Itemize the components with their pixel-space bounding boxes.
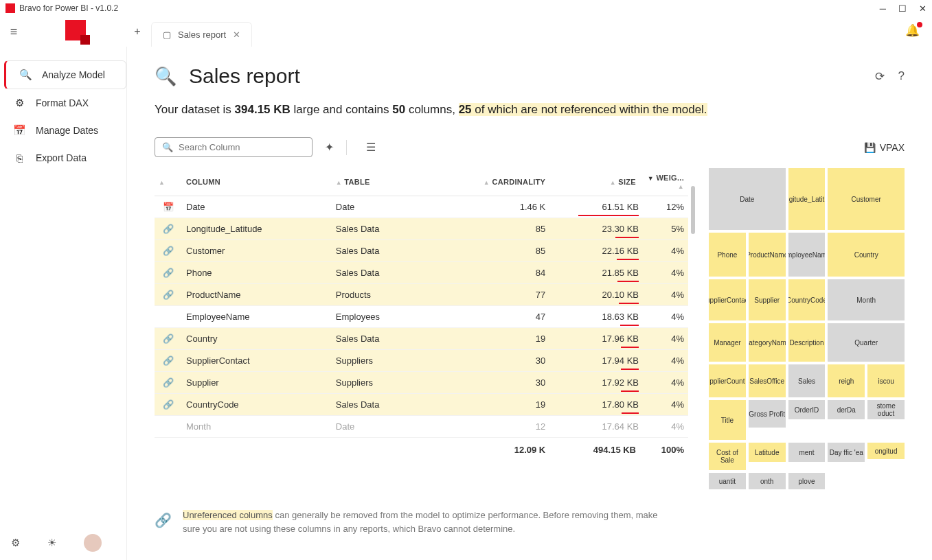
treemap-cell[interactable]: ongitud xyxy=(867,443,905,459)
treemap-cell[interactable]: uantit xyxy=(709,473,746,489)
treemap-cell[interactable]: Description xyxy=(788,323,826,362)
search-input-wrap[interactable]: 🔍 xyxy=(155,137,312,157)
treemap-cell[interactable]: ment xyxy=(788,443,826,462)
treemap-cell[interactable]: Cost of Sale xyxy=(709,443,746,470)
treemap-cell[interactable]: pplierCount xyxy=(709,364,746,397)
table-row[interactable]: 🔗 Customer Sales Data 85 22.16 KB 4% xyxy=(155,240,688,262)
table-row[interactable]: 🔗 ProductName Products 77 20.10 KB 4% xyxy=(155,284,688,306)
treemap-cell[interactable]: reigh xyxy=(828,364,865,397)
table-row[interactable]: 🔗 Country Sales Data 19 17.96 KB 4% xyxy=(155,328,688,350)
refresh-button[interactable]: ⟳ xyxy=(875,69,885,84)
col-header-size[interactable]: ▲ SIZE xyxy=(549,168,640,196)
search-input[interactable] xyxy=(179,142,305,152)
treemap-cell[interactable]: Customer xyxy=(828,168,905,230)
treemap: Dategitude_LatitCustomerPhoneProductName… xyxy=(709,168,905,489)
cardinality: 12 xyxy=(424,416,549,438)
col-header-column[interactable]: COLUMN xyxy=(182,168,332,196)
theme-button[interactable]: ☀ xyxy=(47,537,56,549)
hint: 🔗 Unreferenced columns can generally be … xyxy=(155,509,677,535)
treemap-cell[interactable]: plove xyxy=(788,473,826,489)
cardinality: 85 xyxy=(424,218,549,240)
table-row[interactable]: 🔗 Supplier Suppliers 30 17.92 KB 4% xyxy=(155,372,688,394)
treemap-cell[interactable]: CategoryName xyxy=(749,323,786,362)
treemap-cell[interactable]: Country xyxy=(828,233,905,277)
dataset-summary: Your dataset is 394.15 KB large and cont… xyxy=(155,103,905,117)
column-name: Supplier xyxy=(182,372,332,394)
analyze-model-icon: 🔍 xyxy=(155,66,177,87)
notifications-button[interactable]: 🔔 xyxy=(905,23,920,38)
treemap-cell[interactable]: iscou xyxy=(867,364,905,397)
treemap-cell[interactable]: Gross Profit xyxy=(749,400,786,428)
col-header-cardinality[interactable]: ▲ CARDINALITY xyxy=(424,168,549,196)
treemap-cell[interactable]: Sales xyxy=(788,364,826,397)
columns-table-wrap: ▲ COLUMN ▲ TABLE ▲ CARDINALITY ▲ SIZE ▼ … xyxy=(155,168,688,489)
table-name: Suppliers xyxy=(332,350,425,372)
weight: 4% xyxy=(640,328,688,350)
sidebar-item-label: Export Data xyxy=(36,152,87,163)
table-row[interactable]: 🔗 SupplierContact Suppliers 30 17.94 KB … xyxy=(155,350,688,372)
tab-sales-report[interactable]: ▢ Sales report ✕ xyxy=(151,22,252,47)
size: 17.64 KB xyxy=(549,416,640,438)
help-button[interactable]: ? xyxy=(898,69,905,84)
treemap-cell[interactable]: stome oduct xyxy=(867,400,905,419)
search-icon: 🔍 xyxy=(162,142,173,152)
tab-label: Sales report xyxy=(178,30,226,40)
column-name: Country xyxy=(182,328,332,350)
treemap-cell[interactable]: Day ffic 'ea xyxy=(828,443,865,462)
treemap-cell[interactable]: Manager xyxy=(709,323,746,362)
maximize-button[interactable]: ☐ xyxy=(898,3,907,14)
treemap-cell[interactable]: Month xyxy=(828,279,905,320)
weight: 4% xyxy=(640,262,688,284)
filter-button[interactable]: ✦ xyxy=(325,141,334,154)
minimize-button[interactable]: ─ xyxy=(880,3,886,14)
sidebar-item-format-dax[interactable]: ⚙ Format DAX xyxy=(0,89,126,117)
close-button[interactable]: ✕ xyxy=(919,3,927,14)
sidebar-item-analyze-model[interactable]: 🔍 Analyze Model xyxy=(4,60,126,89)
treemap-cell[interactable]: SalesOffice xyxy=(749,364,786,397)
treemap-cell[interactable]: CountryCode xyxy=(788,279,826,320)
sidebar-item-manage-dates[interactable]: 📅 Manage Dates xyxy=(0,117,126,144)
table-name: Date xyxy=(332,196,425,218)
table-row[interactable]: 🔗 CountryCode Sales Data 19 17.80 KB 4% xyxy=(155,394,688,416)
treemap-cell[interactable]: Title xyxy=(709,400,746,440)
weight: 4% xyxy=(640,350,688,372)
treemap-cell[interactable]: derDa xyxy=(828,400,865,419)
treemap-cell[interactable]: Quarter xyxy=(828,323,905,362)
treemap-cell[interactable]: Latitude xyxy=(749,443,786,462)
table-name: Products xyxy=(332,284,425,306)
tab-icon: ▢ xyxy=(163,30,171,40)
table-row[interactable]: Month Date 12 17.64 KB 4% xyxy=(155,416,688,438)
table-row[interactable]: 🔗 Longitude_Latitude Sales Data 85 23.30… xyxy=(155,218,688,240)
group-button[interactable]: ☰ xyxy=(366,141,376,154)
table-row[interactable]: 📅 Date Date 1.46 K 61.51 KB 12% xyxy=(155,196,688,218)
table-name: Sales Data xyxy=(332,240,425,262)
vpax-button[interactable]: 💾 VPAX xyxy=(864,142,905,153)
format-icon: ⚙ xyxy=(12,96,26,110)
table-row[interactable]: EmployeeName Employees 47 18.63 KB 4% xyxy=(155,306,688,328)
treemap-cell[interactable]: ProductName xyxy=(749,233,786,277)
close-tab-button[interactable]: ✕ xyxy=(233,30,240,40)
treemap-cell[interactable]: onth xyxy=(749,473,786,489)
menu-button[interactable]: ≡ xyxy=(0,25,27,39)
settings-button[interactable]: ⚙ xyxy=(11,537,20,549)
table-row[interactable]: 🔗 Phone Sales Data 84 21.85 KB 4% xyxy=(155,262,688,284)
column-name: EmployeeName xyxy=(182,306,332,328)
user-avatar[interactable] xyxy=(84,534,102,552)
treemap-cell[interactable]: mployeeNam xyxy=(788,233,826,277)
col-header-table[interactable]: ▲ TABLE xyxy=(332,168,425,196)
total-cardinality: 12.09 K xyxy=(424,438,549,460)
col-header-weight[interactable]: ▼ WEIG... ▲ xyxy=(640,168,688,196)
treemap-cell[interactable]: Phone xyxy=(709,233,746,277)
add-tab-button[interactable]: + xyxy=(124,25,151,38)
link-icon: 🔗 xyxy=(155,240,182,262)
treemap-cell[interactable]: OrderID xyxy=(788,400,826,419)
divider xyxy=(346,140,347,155)
size: 17.94 KB xyxy=(549,350,640,372)
scrollbar[interactable] xyxy=(691,186,695,234)
treemap-cell[interactable]: Date xyxy=(709,168,786,230)
sidebar-item-export-data[interactable]: ⎘ Export Data xyxy=(0,144,126,172)
treemap-cell[interactable]: gitude_Latit xyxy=(788,168,826,230)
treemap-cell[interactable]: upplierContac xyxy=(709,279,746,320)
column-name: Customer xyxy=(182,240,332,262)
treemap-cell[interactable]: Supplier xyxy=(749,279,786,320)
